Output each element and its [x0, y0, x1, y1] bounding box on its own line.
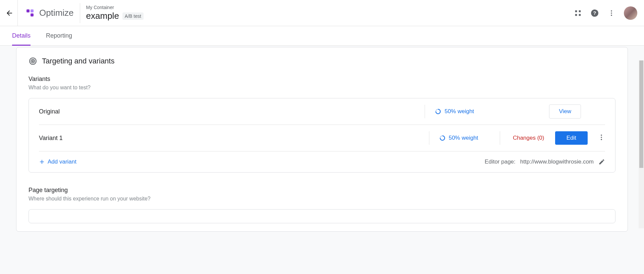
divider: [429, 131, 429, 145]
experiment-type-badge: A/B test: [122, 12, 144, 20]
help-icon: ?: [590, 9, 599, 17]
brand-name: Optimize: [39, 8, 74, 18]
editor-page-url: http://www.blogwithrosie.com: [520, 158, 594, 165]
section-title: Targeting and variants: [42, 57, 114, 65]
brand-logo: Optimize: [24, 7, 74, 19]
main-content: Targeting and variants Variants What do …: [0, 46, 644, 274]
view-button[interactable]: View: [549, 104, 581, 119]
section-header: Targeting and variants: [29, 57, 615, 65]
variants-footer: Add variant Editor page: http://www.blog…: [29, 151, 615, 172]
svg-point-9: [611, 10, 612, 11]
tab-bar: Details Reporting: [0, 26, 644, 46]
svg-rect-5: [575, 14, 577, 16]
tab-reporting[interactable]: Reporting: [46, 26, 72, 46]
divider: [80, 3, 80, 23]
variant-more-button[interactable]: [598, 134, 605, 142]
scrollbar[interactable]: [639, 60, 644, 228]
arrow-back-icon: [5, 9, 13, 17]
svg-rect-2: [31, 13, 34, 16]
experiment-name: example: [86, 11, 119, 21]
variants-table: Original 50% weight View Variant 1: [29, 98, 615, 173]
page-targeting-title: Page targeting: [29, 187, 615, 194]
variants-desc: What do you want to test?: [29, 85, 615, 91]
weight-label: 50% weight: [444, 108, 474, 115]
variants-title: Variants: [29, 76, 615, 83]
svg-rect-4: [579, 10, 581, 12]
plus-icon: [39, 159, 45, 165]
weight-button[interactable]: 50% weight: [435, 108, 485, 115]
edit-pencil-icon[interactable]: [598, 158, 605, 165]
divider: [425, 105, 425, 118]
variant-name: Original: [39, 108, 415, 115]
editor-page-info: Editor page: http://www.blogwithrosie.co…: [485, 158, 605, 165]
page-targeting-box: [29, 209, 615, 223]
svg-rect-1: [31, 9, 34, 12]
divider: [500, 131, 500, 145]
header-actions: ?: [574, 6, 637, 20]
account-avatar[interactable]: [624, 6, 637, 20]
edit-button[interactable]: Edit: [555, 131, 588, 145]
page-targeting-desc: Where should this experience run on your…: [29, 196, 615, 202]
add-variant-label: Add variant: [48, 158, 76, 165]
back-button[interactable]: [3, 6, 16, 20]
svg-point-10: [611, 12, 612, 14]
changes-link[interactable]: Changes (0): [510, 135, 547, 141]
variant-row-original[interactable]: Original 50% weight View: [29, 98, 615, 125]
apps-icon: [574, 9, 582, 17]
svg-rect-0: [26, 9, 30, 12]
editor-page-label: Editor page:: [485, 158, 516, 165]
variant-row-variant-1[interactable]: Variant 1 50% weight Changes (0) Edit: [29, 125, 615, 151]
svg-point-16: [601, 137, 602, 138]
container-name: My Container: [86, 5, 144, 10]
optimize-logo-icon: [24, 7, 36, 19]
weight-icon: [435, 108, 441, 115]
svg-rect-3: [575, 10, 577, 12]
scroll-thumb[interactable]: [639, 60, 643, 168]
weight-label: 50% weight: [449, 135, 478, 141]
tab-details[interactable]: Details: [12, 26, 31, 46]
svg-point-15: [601, 135, 602, 136]
app-header: Optimize My Container example A/B test ?: [0, 0, 644, 26]
more-vert-icon: [608, 9, 615, 17]
weight-icon: [439, 135, 445, 141]
svg-text:?: ?: [593, 10, 596, 16]
divider: [17, 0, 18, 26]
target-icon: [29, 57, 37, 65]
more-vert-icon: [598, 134, 605, 141]
experiment-breadcrumb: My Container example A/B test: [86, 5, 144, 21]
help-button[interactable]: ?: [590, 9, 599, 17]
svg-point-14: [32, 60, 33, 61]
variant-name: Variant 1: [39, 135, 419, 142]
targeting-card: Targeting and variants Variants What do …: [16, 47, 628, 232]
more-button[interactable]: [608, 9, 615, 17]
variants-section: Variants What do you want to test? Origi…: [29, 76, 615, 173]
page-targeting-section: Page targeting Where should this experie…: [29, 187, 615, 223]
apps-button[interactable]: [574, 9, 582, 17]
add-variant-button[interactable]: Add variant: [39, 158, 76, 165]
svg-point-17: [601, 139, 602, 140]
weight-button[interactable]: 50% weight: [439, 135, 490, 141]
svg-rect-6: [579, 14, 581, 16]
svg-point-11: [611, 14, 612, 16]
